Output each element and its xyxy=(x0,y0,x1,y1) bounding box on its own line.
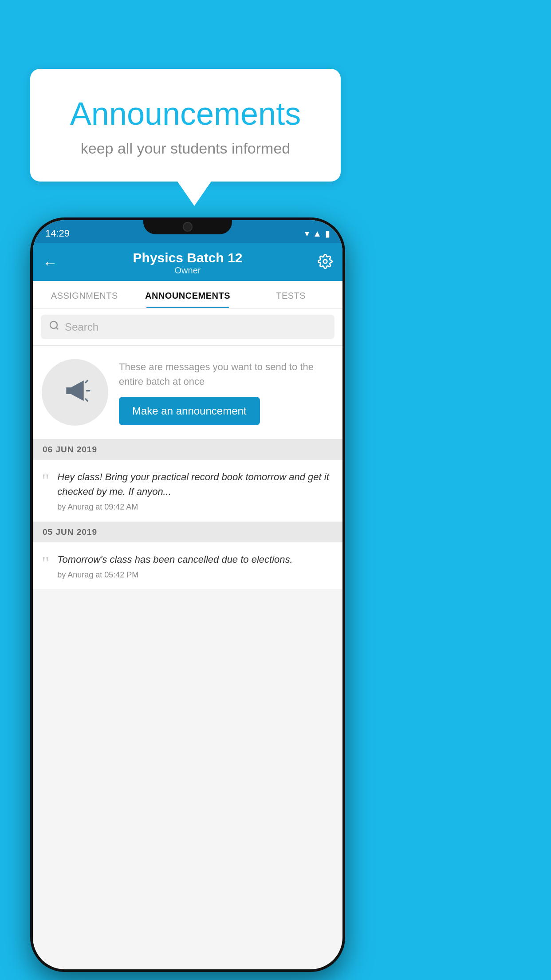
settings-icon[interactable] xyxy=(318,254,333,273)
cta-section: These are messages you want to send to t… xyxy=(33,346,342,439)
date-divider-2: 05 JUN 2019 xyxy=(33,522,342,542)
megaphone-icon xyxy=(59,374,91,411)
speech-bubble-wrapper: Announcements keep all your students inf… xyxy=(30,69,341,206)
svg-point-0 xyxy=(323,259,327,263)
phone-notch xyxy=(143,217,232,234)
search-placeholder: Search xyxy=(65,321,98,333)
header-title: Physics Batch 12 xyxy=(133,250,243,265)
wifi-icon: ▾ xyxy=(305,228,309,239)
search-icon xyxy=(49,320,59,334)
announcement-author-2: by Anurag at 05:42 PM xyxy=(57,570,334,580)
speech-bubble-tail xyxy=(177,182,211,206)
announcement-content-1: Hey class! Bring your practical record b… xyxy=(57,470,334,512)
speech-bubble-title: Announcements xyxy=(52,95,319,132)
svg-point-1 xyxy=(50,321,57,328)
phone-frame: 14:29 ▾ ▲ ▮ ← Physics Batch 12 Owner xyxy=(30,217,345,972)
svg-line-2 xyxy=(56,328,58,329)
announcement-message-1: Hey class! Bring your practical record b… xyxy=(57,470,334,499)
announcement-item-2[interactable]: " Tomorrow's class has been cancelled du… xyxy=(33,542,342,590)
front-camera xyxy=(183,222,193,232)
svg-line-5 xyxy=(86,399,87,400)
cta-right: These are messages you want to send to t… xyxy=(119,360,334,425)
battery-icon: ▮ xyxy=(325,228,330,239)
phone-screen: 14:29 ▾ ▲ ▮ ← Physics Batch 12 Owner xyxy=(33,220,342,969)
header-center: Physics Batch 12 Owner xyxy=(133,250,243,276)
announcement-message-2: Tomorrow's class has been cancelled due … xyxy=(57,552,334,567)
make-announcement-button[interactable]: Make an announcement xyxy=(119,397,260,425)
quote-icon-2: " xyxy=(42,554,49,573)
tab-tests[interactable]: TESTS xyxy=(239,281,342,308)
status-time: 14:29 xyxy=(45,228,70,239)
search-bar[interactable]: Search xyxy=(41,315,335,339)
date-divider-1: 06 JUN 2019 xyxy=(33,439,342,460)
signal-icon: ▲ xyxy=(313,229,322,239)
announcement-content-2: Tomorrow's class has been cancelled due … xyxy=(57,552,334,580)
speech-bubble-subtitle: keep all your students informed xyxy=(52,140,319,157)
search-container: Search xyxy=(33,308,342,346)
status-icons: ▾ ▲ ▮ xyxy=(305,228,330,239)
announcement-icon-circle xyxy=(42,359,108,426)
back-button[interactable]: ← xyxy=(43,254,58,272)
cta-description: These are messages you want to send to t… xyxy=(119,360,334,389)
tabs-bar: ASSIGNMENTS ANNOUNCEMENTS TESTS xyxy=(33,281,342,308)
tab-announcements[interactable]: ANNOUNCEMENTS xyxy=(136,281,240,308)
announcement-item-1[interactable]: " Hey class! Bring your practical record… xyxy=(33,460,342,522)
speech-bubble: Announcements keep all your students inf… xyxy=(30,69,341,182)
app-header: ← Physics Batch 12 Owner xyxy=(33,243,342,281)
header-subtitle: Owner xyxy=(133,265,243,276)
svg-line-3 xyxy=(86,380,87,382)
quote-icon: " xyxy=(42,471,49,490)
tab-assignments[interactable]: ASSIGNMENTS xyxy=(33,281,136,308)
announcement-author-1: by Anurag at 09:42 AM xyxy=(57,502,334,512)
